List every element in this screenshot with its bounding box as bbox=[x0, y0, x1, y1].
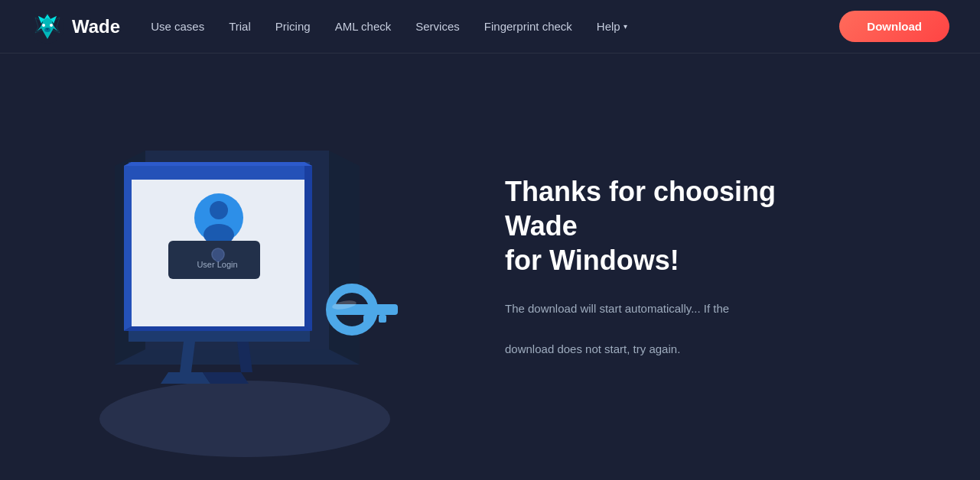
main-nav: Use cases Trial Pricing AML check Servic… bbox=[151, 20, 839, 33]
nav-fingerprint-check[interactable]: Fingerprint check bbox=[484, 20, 572, 33]
monitor-illustration: User Login bbox=[69, 105, 421, 429]
svg-point-13 bbox=[210, 201, 228, 219]
main-heading: Thanks for choosing Wade for Windows! bbox=[505, 174, 826, 277]
login-label: User Login bbox=[197, 260, 237, 269]
svg-marker-24 bbox=[124, 162, 312, 166]
download-button[interactable]: Download bbox=[839, 11, 949, 42]
svg-rect-30 bbox=[379, 315, 386, 323]
nav-services[interactable]: Services bbox=[415, 20, 460, 33]
nav-pricing[interactable]: Pricing bbox=[275, 20, 311, 33]
logo-text: Wade bbox=[72, 16, 120, 37]
svg-rect-29 bbox=[363, 315, 373, 326]
text-area: Thanks for choosing Wade for Windows! Th… bbox=[459, 174, 934, 359]
nav-trial[interactable]: Trial bbox=[229, 20, 251, 33]
svg-marker-21 bbox=[203, 372, 249, 384]
svg-marker-20 bbox=[161, 372, 210, 384]
nav-help[interactable]: Help ▾ bbox=[597, 20, 627, 33]
logo-icon bbox=[31, 10, 64, 44]
svg-marker-22 bbox=[124, 162, 132, 331]
nav-use-cases[interactable]: Use cases bbox=[151, 20, 204, 33]
illustration-area: User Login bbox=[46, 54, 444, 480]
svg-point-3 bbox=[50, 24, 53, 27]
svg-marker-25 bbox=[124, 326, 312, 331]
nav-aml-check[interactable]: AML check bbox=[335, 20, 392, 33]
chevron-down-icon: ▾ bbox=[623, 22, 627, 31]
svg-marker-23 bbox=[304, 162, 312, 331]
subtext: The download will start automatically...… bbox=[505, 299, 750, 359]
svg-point-2 bbox=[42, 24, 45, 27]
svg-marker-8 bbox=[115, 349, 360, 365]
main-content: User Login bbox=[0, 54, 980, 480]
logo-area[interactable]: Wade bbox=[31, 10, 120, 44]
